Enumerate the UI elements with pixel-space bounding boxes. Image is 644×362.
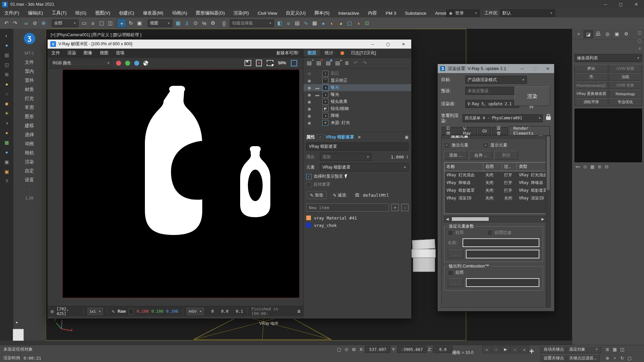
layers-tool-icon[interactable]: ▤ bbox=[3, 52, 10, 58]
absolute-mode-icon[interactable]: ⊞ bbox=[350, 346, 358, 353]
render-settings-tab[interactable]: 设置 bbox=[492, 127, 508, 135]
combustion-path-field[interactable] bbox=[466, 278, 539, 287]
render-settings-tab[interactable]: GI bbox=[478, 127, 491, 135]
table-header-cell[interactable]: 启用 bbox=[483, 163, 502, 171]
modifier-button[interactable]: FloorGenerator[2 bbox=[575, 81, 608, 89]
menu-item[interactable]: 动画(A) bbox=[168, 10, 192, 16]
go-start-icon[interactable]: « bbox=[482, 346, 491, 353]
channel-dropdown[interactable]: RGB 颜色▼ bbox=[50, 59, 112, 67]
dock-category-item[interactable]: 常用 bbox=[25, 104, 34, 111]
update-notice[interactable]: 新版本可用! bbox=[276, 50, 303, 56]
named-selection-set-dropdown[interactable]: 创建选择集▼ bbox=[230, 19, 274, 27]
dock-category-item[interactable]: 动画 bbox=[25, 140, 34, 147]
selection-lock-icon[interactable]: ▢ bbox=[335, 346, 343, 353]
fit-window-icon[interactable] bbox=[291, 60, 297, 66]
teapot-tool-icon[interactable]: ● bbox=[3, 129, 10, 136]
render-frame-icon[interactable]: ◕ bbox=[336, 19, 345, 27]
blend-mode-dropdown[interactable]: 添加▼ bbox=[320, 153, 372, 161]
preview-checkbox[interactable]: ✓ bbox=[306, 174, 312, 179]
menu-item[interactable]: 视图(V) bbox=[91, 10, 115, 16]
open-containers-icon[interactable]: ⊡ bbox=[363, 19, 371, 27]
menu-item[interactable]: 脚本(S) bbox=[310, 10, 334, 16]
invert-mask-checkbox[interactable] bbox=[306, 182, 312, 187]
maximize-viewport-icon[interactable]: ▢ bbox=[626, 355, 633, 361]
align-icon[interactable]: ≡ bbox=[284, 19, 293, 27]
visibility-eye-icon[interactable]: ◉ bbox=[306, 121, 312, 125]
menu-item[interactable]: PM 3 bbox=[381, 11, 401, 16]
angle-snap-icon[interactable]: ⊙ bbox=[191, 19, 200, 27]
layer-row[interactable]: ◉ + 镜头效果 bbox=[304, 98, 411, 105]
save-layers-icon[interactable]: ▤ ◆ bbox=[326, 60, 330, 66]
render-setup-icon[interactable]: ◐ bbox=[328, 19, 336, 27]
add-element-button[interactable]: 添加 ... bbox=[444, 151, 467, 160]
link-icon[interactable]: ∞ bbox=[22, 19, 31, 27]
scroll-right-icon[interactable]: ▶ bbox=[540, 217, 546, 221]
window-crossing-icon[interactable]: ◫ bbox=[106, 19, 115, 27]
scrollbar-thumb[interactable] bbox=[452, 217, 489, 221]
dock-category-item[interactable]: 室内 bbox=[25, 68, 34, 75]
combustion-browse-button[interactable]: . . . bbox=[448, 278, 463, 287]
dock-category-item[interactable]: 图形 bbox=[25, 113, 34, 120]
dock-category-item[interactable]: - bbox=[29, 185, 30, 192]
show-end-result-icon[interactable]: ⊙ bbox=[583, 164, 587, 169]
menu-item[interactable]: 自定义(U) bbox=[281, 10, 310, 16]
layer-row[interactable]: ◉ ◩ 锐化/模糊 bbox=[304, 105, 411, 112]
vfb-close-button[interactable]: ✕ bbox=[396, 40, 411, 49]
table-header-cell[interactable]: 名称 bbox=[444, 163, 483, 171]
next-frame-icon[interactable]: › bbox=[511, 346, 519, 353]
stats-list-icon[interactable]: ≣ bbox=[297, 309, 301, 314]
lock-view-icon[interactable] bbox=[546, 116, 551, 120]
layer-row[interactable]: ◉ ☀ 来源: 灯光 bbox=[304, 119, 411, 126]
visibility-eye-icon[interactable]: ◉ bbox=[306, 78, 312, 83]
viewport-label[interactable]: [+] [PhysCamera001] [用户定义 ] [默认明暗处理 ] bbox=[51, 32, 142, 38]
prev-frame-icon[interactable]: ‹ bbox=[492, 346, 500, 353]
table-horizontal-scrollbar[interactable]: ◀ ▶ bbox=[444, 216, 546, 222]
elements-active-checkbox[interactable]: ✓ bbox=[444, 143, 449, 148]
remove-modifier-icon[interactable]: ⊟ bbox=[605, 164, 608, 169]
new-item-input[interactable]: New item bbox=[306, 203, 389, 212]
save-image-icon[interactable] bbox=[245, 60, 251, 66]
orange-box-icon[interactable]: ▣ bbox=[3, 168, 10, 175]
menu-item[interactable]: 渲染(R) bbox=[229, 10, 253, 16]
pan-tool-icon[interactable]: ◐ bbox=[3, 32, 10, 39]
menu-item[interactable]: Substance bbox=[400, 11, 431, 16]
green-channel-icon[interactable] bbox=[125, 61, 130, 66]
play-icon[interactable]: ▶ bbox=[501, 346, 510, 353]
element-name-field[interactable] bbox=[463, 238, 539, 247]
layers-redo-icon[interactable]: ↷ bbox=[363, 60, 367, 66]
combustion-enable-checkbox[interactable] bbox=[448, 270, 453, 276]
selection-filter-dropdown[interactable]: 全部▼ bbox=[52, 19, 78, 27]
layer-list-icon[interactable]: ≣ bbox=[345, 60, 349, 66]
visibility-eye-icon[interactable]: ◉ bbox=[306, 85, 312, 90]
render-settings-tab[interactable]: V-Ray bbox=[459, 127, 477, 135]
vfb-titlebar[interactable]: V V-Ray 帧缓冲区 - [100.0% of 800 x 800] ─ ▢… bbox=[48, 40, 411, 49]
blend-amount[interactable]: 1.000 bbox=[391, 155, 404, 160]
vfb-menu-item[interactable]: 图像 bbox=[80, 50, 96, 56]
vfb-menu-item[interactable]: 选项 bbox=[112, 50, 128, 56]
make-unique-icon[interactable]: ▦ bbox=[590, 164, 594, 169]
display-tab-icon[interactable]: ▣ bbox=[612, 30, 621, 38]
minimize-button[interactable]: ─ bbox=[598, 0, 613, 9]
modifier-button[interactable]: 涡轮平滑 bbox=[575, 98, 608, 106]
vfb-panel-tab[interactable]: 图层 bbox=[304, 50, 321, 56]
green-grid-icon[interactable]: ▦ bbox=[3, 139, 10, 146]
add-item-button[interactable]: + bbox=[391, 204, 399, 211]
panel-tool-icon[interactable]: ◫ bbox=[3, 61, 10, 68]
dock-category-item[interactable]: 1.38 bbox=[25, 194, 33, 201]
float-panel-icon[interactable]: ▢ bbox=[638, 38, 641, 43]
menu-item[interactable]: 修改器(M) bbox=[139, 10, 168, 16]
menu-item[interactable]: 内容 bbox=[364, 10, 381, 16]
target-dropdown[interactable]: 产品级渲染模式▼ bbox=[465, 76, 527, 84]
spinner-snap-icon[interactable]: ⚙ bbox=[209, 19, 217, 27]
load-layers-icon[interactable]: ▤ ▸ bbox=[335, 60, 340, 66]
expand-arrow-icon[interactable]: ▸ bbox=[16, 320, 18, 324]
material-editor-icon[interactable]: ● bbox=[319, 19, 328, 27]
layer-manager-icon[interactable]: ▤ bbox=[293, 19, 302, 27]
diamond-tool-icon[interactable]: ◆ bbox=[3, 100, 10, 107]
add-select-button[interactable]: ✎ 加选 bbox=[306, 191, 327, 199]
close-icon[interactable]: ✕ bbox=[358, 135, 361, 140]
y-coordinate-field[interactable]: -3905.667 bbox=[397, 346, 427, 353]
pan-icon[interactable]: + bbox=[611, 355, 619, 361]
modify-tab-icon[interactable]: ◪ bbox=[584, 30, 593, 38]
hsv-dropdown[interactable]: HSV▼ bbox=[186, 308, 204, 315]
